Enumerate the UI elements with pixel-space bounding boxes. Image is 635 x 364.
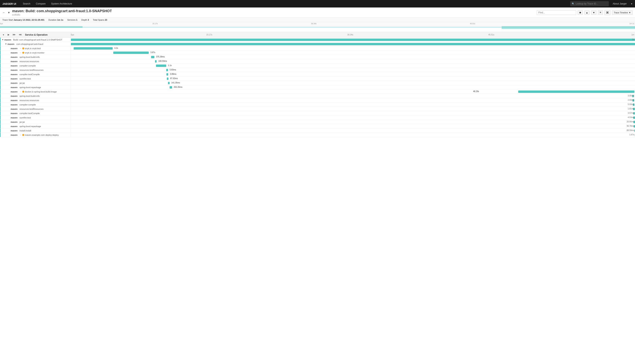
- span-row[interactable]: maven compiler:compile1.1s: [0, 64, 635, 68]
- nav-compare[interactable]: Compare: [33, 0, 48, 8]
- span-service: maven: [11, 73, 19, 76]
- span-timeline: 88.59ms: [71, 128, 635, 132]
- span-row[interactable]: maven spring-boot:build-info3.05ms: [0, 94, 635, 98]
- spans-header: ▼ ▶ ⋙ ⋘ Service & Operation 0µs 15.17s 3…: [0, 32, 635, 38]
- trace-id-input[interactable]: [576, 2, 607, 5]
- keyboard-shortcut-button[interactable]: ⌘: [604, 10, 610, 15]
- expand-all-icon[interactable]: ▼: [2, 33, 5, 36]
- span-row[interactable]: maven → maven.example.com deploy:deploy1…: [0, 133, 635, 137]
- span-bar: [170, 86, 172, 88]
- minimap-canvas[interactable]: [0, 26, 635, 32]
- tick-2: 30.34s: [347, 34, 353, 36]
- span-row[interactable]: maven → docker.io spring-boot:build-imag…: [0, 90, 635, 94]
- span-service: maven: [11, 108, 19, 110]
- span-service: maven: [11, 130, 19, 132]
- minimap[interactable]: 0µs 15.17s 30.34s 45.51s 1m 1s: [0, 22, 635, 32]
- span-row[interactable]: maven surefire:test87.63ms: [0, 76, 635, 81]
- span-timeline: 1s: [71, 38, 635, 42]
- span-operation: install:install: [20, 130, 31, 132]
- span-left: maven surefire:test: [0, 116, 71, 120]
- span-operation: resources:testResources: [20, 108, 44, 110]
- find-input[interactable]: [537, 10, 576, 15]
- expand-toggle[interactable]: ▼: [2, 38, 4, 41]
- span-service: maven: [11, 121, 19, 123]
- nav-system-architecture[interactable]: System Architecture: [48, 0, 75, 8]
- span-timeline: 141.35ms: [71, 81, 635, 85]
- trace-depth: Depth 3: [81, 19, 89, 21]
- nav-search[interactable]: Search: [20, 0, 33, 8]
- span-operation: compiler:compile: [20, 64, 36, 67]
- minimap-tick-4: 1m 1s: [629, 23, 634, 24]
- trace-id: ec85d5c: [12, 14, 535, 16]
- span-timeline: 5.93ms: [71, 102, 635, 107]
- find-down-button[interactable]: ▼: [591, 10, 596, 15]
- span-left: maven jar:jar: [0, 81, 71, 85]
- span-operation: snyk.io snyk:test: [25, 47, 41, 50]
- find-close-button[interactable]: ✕: [598, 10, 603, 15]
- span-left: maven install:install: [0, 128, 71, 132]
- find-up-button[interactable]: ▲: [584, 10, 590, 15]
- expand-all-icon2[interactable]: ⋘: [18, 33, 23, 36]
- span-service: maven: [11, 52, 19, 54]
- span-right-label: 3.57ms: [628, 112, 634, 114]
- span-timeline: 1.1s: [71, 64, 635, 68]
- span-row[interactable]: maven spring-boot:build-info375.39ms: [0, 55, 635, 59]
- span-service: maven: [11, 60, 19, 62]
- span-duration-label: 1.1s: [168, 64, 172, 66]
- span-row[interactable]: maven install:install88.59ms: [0, 128, 635, 133]
- span-timeline: 48.29s48.29s: [71, 90, 635, 94]
- span-row[interactable]: maven jar:jar141.35ms: [0, 81, 635, 85]
- span-row[interactable]: maven spring-boot:repackage262.26ms: [0, 85, 635, 90]
- span-right-label: 2.69ms: [628, 99, 634, 101]
- span-operation: surefire:test: [20, 78, 31, 80]
- trace-start-label: Trace Start January 13 2022, 22:51:29.40…: [2, 19, 45, 21]
- collapse-trace-button[interactable]: ▼: [8, 11, 10, 14]
- span-left: ▼maven Build: com.shoppingcart:anti-frau…: [0, 38, 71, 42]
- span-row[interactable]: maven compiler:testCompile3.57ms: [0, 111, 635, 116]
- back-button[interactable]: ←: [2, 11, 6, 14]
- trace-total-spans: Total Spans 23: [93, 19, 107, 21]
- span-duration-label: 4.2s: [114, 47, 118, 49]
- collapse-children-icon[interactable]: ▶: [7, 33, 10, 36]
- span-row[interactable]: maven resources:testResources5.83ms: [0, 68, 635, 72]
- span-operation: spring-boot:build-info: [20, 56, 40, 58]
- trace-lookup[interactable]: 🔍: [570, 1, 609, 6]
- span-service: maven: [11, 104, 19, 106]
- span-duration-label: 87.63ms: [170, 77, 178, 80]
- span-row[interactable]: ▼maven Build: com.shoppingcart:anti-frau…: [0, 38, 635, 42]
- span-row[interactable]: maven jar:jar20.56ms: [0, 120, 635, 124]
- expand-toggle[interactable]: ▼: [5, 43, 7, 45]
- span-row[interactable]: maven resources:resources2.69ms: [0, 98, 635, 102]
- span-timeline: 20.56ms: [71, 120, 635, 124]
- span-row[interactable]: maven spring-boot:repackage96.78ms: [0, 124, 635, 128]
- span-timeline: 3.87s: [71, 50, 635, 55]
- span-duration-label: 375.39ms: [156, 56, 165, 58]
- about-jaeger[interactable]: About Jaeger: [613, 2, 627, 5]
- span-service: maven: [11, 90, 19, 93]
- span-left: maven compiler:compile: [0, 64, 71, 68]
- minimap-tick-3: 45.51s: [470, 23, 475, 24]
- span-operation: resources:resources: [20, 99, 39, 102]
- span-row[interactable]: maven → snyk.io snyk:test4.2s: [0, 46, 635, 50]
- span-left: maven → snyk.io snyk:test: [0, 46, 71, 50]
- span-bar: [167, 78, 169, 80]
- span-row[interactable]: maven resources:testResources1.81ms: [0, 107, 635, 111]
- span-row[interactable]: maven resources:resources100.59ms: [0, 59, 635, 64]
- span-right-label: 3.05ms: [628, 95, 634, 97]
- span-left: maven spring-boot:repackage: [0, 124, 71, 128]
- span-arrow: →: [20, 52, 22, 54]
- span-left: maven resources:testResources: [0, 68, 71, 72]
- span-row[interactable]: maven compiler:compile5.93ms: [0, 102, 635, 107]
- span-left: maven → snyk.io snyk:monitor: [0, 50, 71, 55]
- collapse-all-icon[interactable]: ⋙: [12, 33, 16, 36]
- find-prev-button[interactable]: ◉: [578, 10, 583, 15]
- span-row[interactable]: maven → snyk.io snyk:monitor3.87s: [0, 50, 635, 55]
- span-row[interactable]: maven compiler:testCompile3.89ms: [0, 72, 635, 76]
- span-timeline: 262.26ms: [71, 85, 635, 89]
- span-row[interactable]: ▼maven com.shoppingcart:anti-fraud: [0, 42, 635, 46]
- span-operation: com.shoppingcart:anti-fraud: [16, 43, 43, 45]
- span-left: maven compiler:testCompile: [0, 111, 71, 115]
- span-row[interactable]: maven surefire:test4.53ms: [0, 116, 635, 120]
- trace-mode-selector[interactable]: Trace Timeline ▼: [612, 10, 633, 15]
- service-op-label: Service & Operation: [25, 34, 48, 36]
